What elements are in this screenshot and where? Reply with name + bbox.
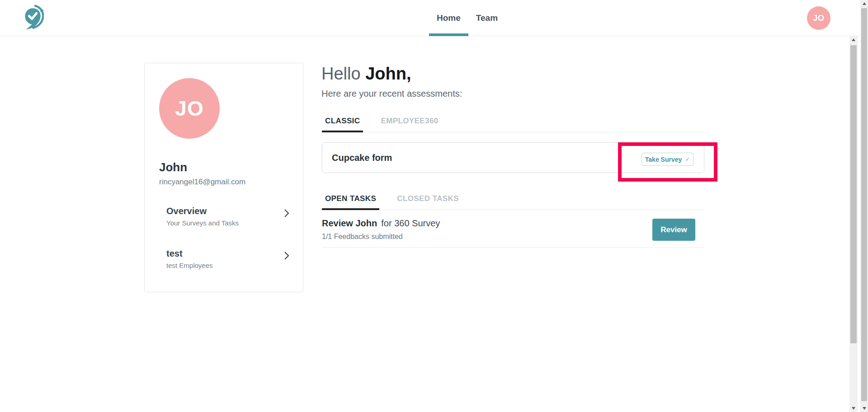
user-avatar-initials: JO xyxy=(813,14,824,23)
top-navigation-bar: Home Team JO xyxy=(0,0,860,36)
scroll-down-arrow-icon[interactable] xyxy=(860,405,868,412)
profile-email: rincyangel16@gmail.com xyxy=(159,178,245,187)
active-nav-underline xyxy=(429,33,468,36)
profile-menu-item-overview[interactable]: Overview Your Surveys and Tasks xyxy=(166,206,289,227)
assessment-tabs: CLASSIC EMPLOYEE360 xyxy=(322,112,704,132)
task-row-divider xyxy=(322,247,704,248)
scroll-down-arrow-icon[interactable] xyxy=(849,405,858,412)
profile-card: JO John rincyangel16@gmail.com Overview … xyxy=(144,63,303,292)
nav-tab-team-label: Team xyxy=(476,13,498,23)
app-logo-bird-icon[interactable] xyxy=(23,5,44,31)
scroll-up-arrow-icon[interactable] xyxy=(849,36,858,43)
survey-card: Cupcake form Take Survey ✓ xyxy=(322,142,704,173)
task-tabs: OPEN TASKS CLOSED TASKS xyxy=(322,189,704,210)
greeting-subtitle: Here are your recent assessments: xyxy=(321,89,462,99)
app-viewport: Home Team JO JO John rincyangel16@gmail.… xyxy=(0,0,868,412)
chevron-right-icon xyxy=(284,251,289,262)
nav-tab-team[interactable]: Team xyxy=(468,0,505,36)
take-survey-button[interactable]: Take Survey ✓ xyxy=(642,153,693,166)
greeting-name: John, xyxy=(365,64,411,83)
nav-tab-home-label: Home xyxy=(437,13,461,23)
checkmark-icon: ✓ xyxy=(685,156,690,163)
main-nav: Home Team xyxy=(429,0,505,36)
tab-classic[interactable]: CLASSIC xyxy=(322,112,363,132)
survey-name: Cupcake form xyxy=(332,143,392,173)
task-title-main: Review John xyxy=(322,218,377,228)
task-title: Review Johnfor 360 Survey xyxy=(322,218,440,229)
scroll-up-arrow-icon[interactable] xyxy=(860,0,868,7)
tab-classic-label: CLASSIC xyxy=(325,117,360,126)
profile-menu-item-test[interactable]: test test Employees xyxy=(166,248,289,269)
greeting-prefix: Hello xyxy=(321,64,361,83)
tab-employee360-label: EMPLOYEE360 xyxy=(381,117,438,126)
window-scrollbar-thumb[interactable] xyxy=(861,8,867,401)
tab-closed-tasks[interactable]: CLOSED TASKS xyxy=(394,189,462,210)
profile-avatar-initials: JO xyxy=(175,96,203,121)
take-survey-button-label: Take Survey xyxy=(645,156,682,163)
content-scrollbar[interactable] xyxy=(849,36,858,412)
tab-open-tasks-label: OPEN TASKS xyxy=(325,194,376,203)
tab-closed-tasks-label: CLOSED TASKS xyxy=(397,194,459,203)
chevron-right-icon xyxy=(284,209,289,220)
profile-menu-item-overview-title: Overview xyxy=(166,206,289,216)
greeting-heading: Hello John, xyxy=(321,64,411,84)
window-scrollbar[interactable] xyxy=(860,0,868,412)
tab-employee360[interactable]: EMPLOYEE360 xyxy=(377,112,441,132)
profile-avatar: JO xyxy=(159,78,220,139)
user-avatar[interactable]: JO xyxy=(807,6,830,30)
review-button[interactable]: Review xyxy=(652,219,695,241)
nav-tab-home[interactable]: Home xyxy=(429,0,468,36)
profile-menu-item-test-title: test xyxy=(166,248,289,259)
profile-name: John xyxy=(159,160,187,174)
content-scrollbar-thumb[interactable] xyxy=(850,45,857,343)
profile-menu-item-overview-subtitle: Your Surveys and Tasks xyxy=(166,219,289,227)
tab-open-tasks[interactable]: OPEN TASKS xyxy=(322,189,379,210)
task-title-suffix: for 360 Survey xyxy=(381,218,440,228)
profile-menu-item-test-subtitle: test Employees xyxy=(166,262,289,269)
task-status: 1/1 Feedbacks submitted xyxy=(322,233,403,241)
